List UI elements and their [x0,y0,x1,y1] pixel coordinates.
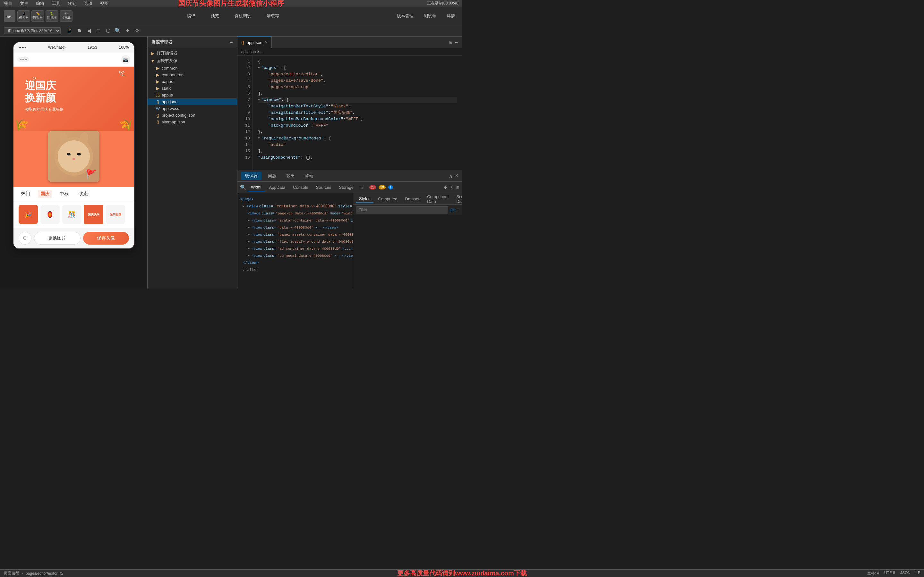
rotate-icon[interactable]: ⬡ [104,27,112,35]
tab-mid-autumn[interactable]: 中秋 [57,190,71,198]
change-image-button[interactable]: 更换图片 [34,232,81,245]
tab-close-btn[interactable]: × [265,40,268,45]
split-icon[interactable]: ⊞ [449,40,452,45]
expand-icon[interactable]: ∧ [449,173,453,179]
styles-tab-styles[interactable]: Styles [356,195,373,203]
wxml-page[interactable]: <page> [237,196,353,203]
preview-btn[interactable]: 预览 [207,12,223,20]
refresh-button[interactable]: C [19,232,31,245]
debug-tab-issues[interactable]: 问题 [264,172,280,180]
menu-item-file[interactable]: 文件 [19,0,29,7]
tab-national-day[interactable]: 国庆 [38,190,52,198]
compile-btn[interactable]: 编译 [183,12,199,20]
tab-hot[interactable]: 热门 [19,190,33,198]
home-icon[interactable]: □ [95,27,102,35]
wxml-avatar[interactable]: ▶ <view class="avatar-container data-v-4… [237,217,353,224]
code-line-2: ▼"pages": [ [258,65,457,71]
wxml-flex[interactable]: ▶ <view class="flex justify-around data-… [237,238,353,245]
wxml-modal[interactable]: ▶ <view class="cu-modal data-v-400080d0"… [237,252,353,259]
styles-tab-computed[interactable]: Computed [375,195,401,203]
record-icon[interactable]: ⏺ [75,27,83,35]
debug-tab-output[interactable]: 输出 [283,172,299,180]
debug-more-icon[interactable]: ⋮ [450,185,454,190]
debug-tab-debugger[interactable]: 调试器 [241,172,262,180]
expand-container[interactable]: ▶ [242,203,244,210]
editor-tab-app-json[interactable]: {} app.json × [237,37,272,48]
wheat-right-icon: 🌾 [118,118,134,132]
wxss-file-icon: W [155,106,160,111]
static-folder[interactable]: ▶ static [148,85,237,92]
app-json-file[interactable]: {} app.json [148,98,237,105]
sticker-2[interactable]: 🎊 [62,205,81,224]
version-manage-btn[interactable]: 版本管理 [394,12,417,20]
common-folder[interactable]: ▶ common [148,65,237,71]
open-editor-btn[interactable]: ▶ 打开编辑器 [148,49,237,57]
menu-item-view[interactable]: 视图 [99,0,110,7]
wxml-image[interactable]: <image class="page-bg data-v-400080d0" m… [237,210,353,217]
wxml-data-view[interactable]: ▶ <view class="data-v-400080d0" >...</vi… [237,224,353,231]
menu-item-tools[interactable]: 工具 [51,0,61,7]
more-icon[interactable]: ··· [455,40,458,45]
code-editor[interactable]: { ▼"pages": [ "pages/editor/editor", "pa… [253,56,462,170]
project-folder[interactable]: ▼ 国庆节头像 [148,57,237,65]
more-actions-icon[interactable]: ··· [230,40,233,45]
styles-tab-dataset[interactable]: Dataset [402,195,423,203]
detail-btn[interactable]: 详情 [443,12,458,20]
sticker-4[interactable]: 光荣祖国 [106,205,125,224]
tab-status[interactable]: 状态 [76,190,90,198]
network-icon[interactable]: ✦ [124,27,131,35]
subtab-wxml[interactable]: Wxml [248,183,265,191]
visual-mode[interactable]: 👁 可视化 [60,10,73,22]
wxml-ad[interactable]: ▶ <view class="ad-container data-v-40008… [237,245,353,252]
back-icon[interactable]: ◀ [85,27,93,35]
subtab-storage[interactable]: Storage [336,184,357,191]
subtab-more[interactable]: » [358,184,367,191]
filter-input[interactable] [356,206,448,213]
breadcrumb-sep: > [257,50,259,54]
settings-icon[interactable]: ⚙ [133,27,141,35]
search-icon[interactable]: 🔍 [114,27,121,35]
save-avatar-button[interactable]: 保存头像 [83,232,129,245]
pages-folder-icon: ▶ [155,79,160,84]
sticker-1[interactable]: 🏮 [40,205,60,224]
device-selector[interactable]: iPhone 6/7/8 Plus 85% 16 [4,27,61,34]
right-side: {} app.json × ⊞ ··· app.json > ... 12345 [237,37,462,288]
menu-item-edit[interactable]: 编辑 [35,0,45,7]
avatar-frame[interactable]: 🚩 [48,131,99,182]
app-logo: 微信 [4,10,15,22]
phone-icon[interactable]: 📱 [66,27,73,35]
clear-cache-btn[interactable]: 清缓存 [263,12,283,20]
debug-split-icon[interactable]: ⊞ [456,185,459,190]
nav-camera[interactable]: 📷 [121,55,130,64]
debugger-toolbar: 调试器 问题 输出 终端 ∧ × [237,170,462,182]
subtab-appdata[interactable]: AppData [266,184,289,191]
menu-item-goto[interactable]: 转到 [67,0,78,7]
menu-item-options[interactable]: 选项 [83,0,94,7]
app-wxss-file[interactable]: W app.wxss [148,105,237,112]
styles-tab-component[interactable]: Component Data [424,193,452,205]
wxml-panel[interactable]: ▶ <view class="panel assets-container da… [237,231,353,238]
cls-filter[interactable]: .cls [449,208,455,212]
pages-folder[interactable]: ▶ pages [148,78,237,85]
simulator-mode[interactable]: 📱 模拟器 [17,10,30,22]
sticker-3[interactable]: 国庆快乐 [84,205,103,224]
menu-item-project[interactable]: 项目 [3,0,13,7]
subtab-console[interactable]: Console [290,184,312,191]
wxml-container[interactable]: ▶ <view class="container data-v-400080d0… [237,203,353,210]
editor-mode[interactable]: ✏️ 编辑器 [31,10,44,22]
test-number-btn[interactable]: 测试号 [421,12,439,20]
components-folder[interactable]: ▶ components [148,71,237,78]
sitemap-file[interactable]: {} sitemap.json [148,119,237,125]
debugger-mode[interactable]: 🐛 调试器 [45,10,58,22]
close-debugger-icon[interactable]: × [455,173,458,179]
subtab-sources[interactable]: Sources [313,184,334,191]
styles-tab-scope[interactable]: Scope Data [453,193,462,205]
debug-tab-terminal[interactable]: 终端 [301,172,317,180]
app-js-file[interactable]: JS app.js [148,92,237,98]
nav-dots[interactable] [17,57,29,61]
debug-settings-icon[interactable]: ⚙ [444,185,447,190]
real-debug-btn[interactable]: 真机调试 [231,12,255,20]
project-config-file[interactable]: {} project.config.json [148,112,237,119]
sticker-0[interactable]: 🎉 [19,205,38,224]
add-style-btn[interactable]: + [457,207,459,213]
